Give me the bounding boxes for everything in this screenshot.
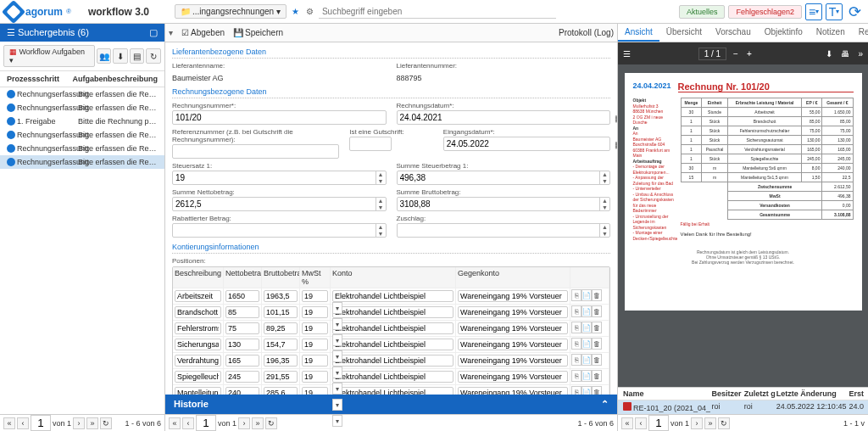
desc-input[interactable]	[175, 387, 221, 395]
netto-input[interactable]	[225, 306, 259, 318]
next-page[interactable]: ›	[691, 417, 703, 429]
delete-icon[interactable]: 🗑	[592, 386, 602, 395]
prev-page[interactable]: ‹	[182, 417, 194, 429]
last-page[interactable]: »	[86, 417, 98, 429]
column-icon[interactable]: ▤	[130, 48, 145, 64]
desc-input[interactable]	[175, 306, 221, 318]
doc-icon[interactable]: 📄	[581, 370, 592, 382]
speichern-button[interactable]: 💾 Speichern	[233, 28, 283, 37]
tab-objektinfo[interactable]: Objektinfo	[758, 24, 810, 42]
mwst-input[interactable]	[302, 290, 328, 302]
brutto-input[interactable]	[264, 339, 298, 350]
konto-select[interactable]: ▾	[332, 318, 342, 320]
surcharge-input[interactable]	[397, 223, 611, 238]
sidebar-task-row[interactable]: RechnungserfassungBitte erfassen die Rec…	[0, 155, 164, 169]
close-icon[interactable]: ▢	[149, 27, 158, 38]
zoom-in-icon[interactable]: +	[745, 49, 754, 59]
gegenkonto-input[interactable]	[458, 355, 568, 367]
doc-icon[interactable]: 📄	[581, 338, 592, 350]
konto-select[interactable]: ▾	[332, 367, 342, 368]
doc-icon[interactable]: 📄	[581, 386, 592, 395]
page-input[interactable]	[31, 415, 51, 431]
konto-input[interactable]	[332, 355, 453, 367]
mwst-input[interactable]	[302, 371, 328, 383]
delete-icon[interactable]: 🗑	[592, 289, 602, 301]
prev-page[interactable]: ‹	[17, 417, 29, 429]
doc-icon[interactable]: 📄	[581, 322, 592, 333]
search-input[interactable]	[319, 5, 556, 19]
gegenkonto-input[interactable]	[458, 306, 568, 318]
tab-ansicht[interactable]: Ansicht	[618, 24, 659, 42]
first-page[interactable]: «	[169, 417, 181, 429]
print-icon[interactable]: 🖶	[839, 49, 851, 59]
doc-icon[interactable]: 📄	[581, 354, 592, 366]
sidebar-task-row[interactable]: RechnungserfassungBitte erfassen die Rec…	[0, 87, 164, 101]
people-icon[interactable]: 👥	[97, 48, 112, 64]
konto-input[interactable]	[332, 339, 453, 350]
page-input[interactable]	[196, 415, 216, 431]
netto-input[interactable]	[225, 371, 259, 383]
desc-input[interactable]	[175, 290, 221, 302]
brutto-input[interactable]	[264, 371, 298, 383]
download-icon[interactable]: ⬇	[824, 49, 834, 59]
gegenkonto-input[interactable]	[458, 339, 568, 350]
copy-icon[interactable]: ⎘	[571, 386, 581, 395]
konto-select[interactable]: ▾	[332, 383, 342, 384]
next-page[interactable]: ›	[238, 417, 250, 429]
net-sum-input[interactable]	[172, 197, 387, 211]
pdf-menu-icon[interactable]: ☰	[621, 49, 632, 59]
netto-input[interactable]	[225, 387, 259, 395]
text-icon[interactable]: T▾	[826, 3, 843, 20]
copy-icon[interactable]: ⎘	[571, 370, 581, 382]
app-logo[interactable]: agorum®	[5, 3, 71, 20]
delete-icon[interactable]: 🗑	[592, 305, 602, 317]
mwst-input[interactable]	[302, 322, 328, 334]
refresh-icon[interactable]: ↻	[100, 417, 112, 429]
mwst-input[interactable]	[302, 306, 328, 318]
copy-icon[interactable]: ⎘	[571, 354, 581, 366]
refresh-icon[interactable]: ↻	[718, 417, 730, 429]
file-row[interactable]: RE-101_20 (2021_04_... roi roi 24.05.202…	[618, 400, 868, 414]
last-page[interactable]: »	[704, 417, 716, 429]
copy-icon[interactable]: ⎘	[571, 305, 581, 317]
brutto-input[interactable]	[264, 306, 298, 318]
sidebar-task-row[interactable]: 1. FreigabeBitte die Rechnung prüfen.	[0, 115, 164, 128]
brutto-input[interactable]	[264, 322, 298, 334]
page-input[interactable]	[648, 415, 669, 431]
sidebar-task-row[interactable]: RechnungserfassungBitte erfassen die Rec…	[0, 128, 164, 142]
konto-input[interactable]	[332, 371, 453, 383]
konto-input[interactable]	[332, 306, 453, 318]
refresh-icon[interactable]: ↻	[146, 48, 161, 64]
gegenkonto-input[interactable]	[458, 371, 568, 383]
expand-icon[interactable]: ⌃	[601, 399, 609, 410]
refresh-icon[interactable]: ↻	[265, 417, 277, 429]
abgeben-button[interactable]: ☑ Abgeben	[181, 28, 225, 37]
status-failed[interactable]: Fehlgeschlagen2	[728, 5, 802, 19]
desc-input[interactable]	[175, 339, 221, 350]
refresh-icon[interactable]: ⟳	[846, 3, 863, 20]
download-icon[interactable]: ⬇	[113, 48, 128, 64]
delete-icon[interactable]: 🗑	[592, 370, 602, 382]
discount-input[interactable]	[172, 223, 387, 238]
delete-icon[interactable]: 🗑	[592, 322, 602, 333]
first-page[interactable]: «	[621, 417, 633, 429]
netto-input[interactable]	[225, 290, 259, 302]
last-page[interactable]: »	[252, 417, 264, 429]
tab-vorschau[interactable]: Vorschau	[709, 24, 758, 42]
tab--bersicht[interactable]: Übersicht	[659, 24, 709, 42]
gegenkonto-input[interactable]	[458, 322, 568, 334]
is-credit-input[interactable]	[349, 137, 392, 151]
tab-rechte[interactable]: Rechte	[852, 24, 868, 42]
brutto-input[interactable]	[264, 290, 298, 302]
more-icon[interactable]: »	[856, 49, 865, 59]
konto-select[interactable]: ▾	[332, 350, 342, 352]
next-page[interactable]: ›	[73, 417, 85, 429]
desc-input[interactable]	[175, 322, 221, 334]
mwst-input[interactable]	[302, 355, 328, 367]
konto-select[interactable]: ▾	[332, 302, 342, 304]
doc-icon[interactable]: 📄	[581, 305, 592, 317]
netto-input[interactable]	[225, 339, 259, 350]
received-date-input[interactable]	[443, 137, 610, 151]
history-bar[interactable]: Historie⌃	[165, 395, 617, 414]
calendar-icon[interactable]: ▦	[612, 138, 617, 150]
